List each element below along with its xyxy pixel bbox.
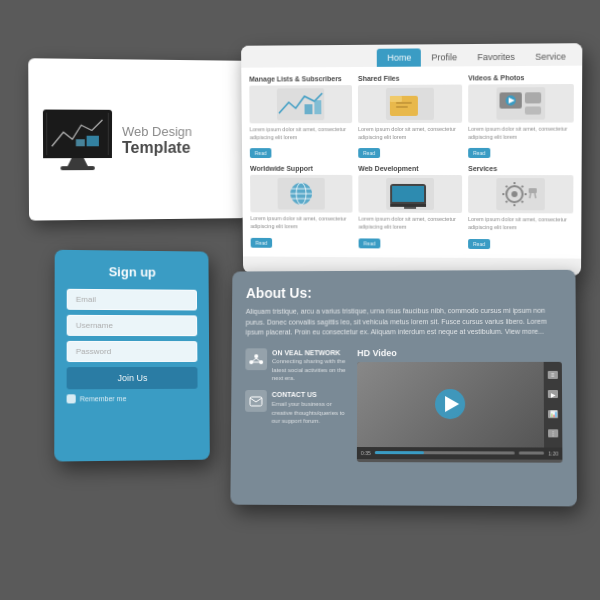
password-field[interactable]: Password <box>67 341 198 362</box>
nav-profile[interactable]: Profile <box>421 48 467 66</box>
section-img <box>468 84 574 123</box>
svg-rect-25 <box>392 186 424 202</box>
signup-card: Sign up Email Username Password Join Us … <box>54 250 210 462</box>
svg-rect-8 <box>390 96 402 102</box>
monitor-stand <box>68 158 88 166</box>
video-player: ≡ ▶ 📊 ⋮ 0:35 1:20 <box>357 361 563 462</box>
about-card: About Us: Aliquam tristique, arcu a vari… <box>230 270 577 507</box>
svg-line-36 <box>522 201 523 202</box>
svg-point-42 <box>254 354 258 358</box>
email-field[interactable]: Email <box>67 289 197 311</box>
remember-row: Remember me <box>67 394 198 404</box>
ctrl-2[interactable]: ▶ <box>548 390 558 398</box>
web-line: Web Design <box>122 123 235 138</box>
video-screen <box>357 361 544 447</box>
play-icon <box>445 396 459 412</box>
video-label: HD Video <box>357 347 562 357</box>
section-shared: Shared Files Lorem ipsum dolor sit amet,… <box>358 74 462 159</box>
video-main: ≡ ▶ 📊 ⋮ <box>357 361 562 447</box>
video-duration: 1:20 <box>548 450 558 456</box>
progress-track[interactable] <box>375 451 515 454</box>
read-button[interactable]: Read <box>468 148 490 158</box>
remember-checkbox[interactable] <box>67 394 76 403</box>
section-img <box>358 85 462 124</box>
section-text: Lorem ipsum dolor sit amet, consectetur … <box>250 126 353 141</box>
section-title: Shared Files <box>358 74 462 82</box>
section-text: Lorem ipsum dolor sit amet, consectetur … <box>358 216 462 232</box>
contact-section: CONTACT US Email your business or creati… <box>245 390 349 425</box>
section-img <box>250 175 352 213</box>
volume-track[interactable] <box>519 451 544 454</box>
progress-fill <box>375 451 424 454</box>
section-title: Manage Lists & Subscribers <box>249 75 352 83</box>
section-img <box>249 85 352 123</box>
ctrl-3[interactable]: 📊 <box>548 410 558 418</box>
section-title: Web Development <box>358 165 462 172</box>
video-progressbar: 0:35 1:20 <box>357 446 563 459</box>
monitor <box>43 110 112 171</box>
svg-line-35 <box>506 186 507 187</box>
svg-rect-4 <box>305 104 313 114</box>
svg-line-40 <box>530 194 531 199</box>
section-img <box>468 175 573 213</box>
read-button[interactable]: Read <box>359 238 381 248</box>
svg-rect-26 <box>390 204 426 207</box>
svg-line-46 <box>256 358 261 362</box>
remember-label: Remember me <box>80 395 127 402</box>
svg-line-41 <box>535 194 536 199</box>
nav-favorites[interactable]: Favorites <box>467 48 525 67</box>
svg-rect-39 <box>529 189 537 194</box>
svg-rect-9 <box>396 102 412 104</box>
nav-home[interactable]: Home <box>377 48 421 66</box>
social-network-row: ON VEAL NETWORK Connecting sharing with … <box>245 348 349 383</box>
about-text: Aliquam tristique, arcu a varius tristiq… <box>246 306 562 338</box>
svg-line-37 <box>506 201 507 202</box>
social-network-section: ON VEAL NETWORK Connecting sharing with … <box>245 348 349 383</box>
section-text: Lorem ipsum dolor sit amet, consectetur … <box>250 216 352 232</box>
section-img <box>358 175 462 213</box>
section-services: Services Lorem ipsum dolor sit amet, con… <box>468 165 573 250</box>
video-time: 0:35 <box>361 450 371 456</box>
ctrl-4[interactable]: ⋮ <box>548 429 558 437</box>
svg-rect-1 <box>87 136 99 147</box>
svg-rect-5 <box>314 100 321 114</box>
section-text: Lorem ipsum dolor sit amet, consectetur … <box>468 216 573 232</box>
contact-icon <box>245 390 267 412</box>
video-side-controls: ≡ ▶ 📊 ⋮ <box>544 361 563 447</box>
read-button[interactable]: Read <box>468 239 490 249</box>
svg-line-38 <box>522 186 523 187</box>
template-line: Template <box>122 138 234 156</box>
svg-rect-27 <box>404 207 416 209</box>
website-template-card: Home Profile Favorites Service Manage Li… <box>241 43 582 275</box>
ctrl-1[interactable]: ≡ <box>548 371 558 379</box>
section-text: Lorem ipsum dolor sit amet, consectetur … <box>468 126 574 142</box>
section-title: Worldwide Support <box>250 165 352 172</box>
svg-rect-15 <box>525 92 541 103</box>
webdesign-text: Web Design Template <box>122 123 235 156</box>
about-title: About Us: <box>246 284 562 301</box>
webdesign-card: Web Design Template <box>28 58 249 220</box>
read-button[interactable]: Read <box>250 148 272 158</box>
nav-service[interactable]: Service <box>525 47 576 66</box>
social-network-icon <box>245 348 267 370</box>
website-content: Manage Lists & Subscribers Lorem ipsum d… <box>241 66 582 259</box>
website-nav: Home Profile Favorites Service <box>241 43 582 68</box>
section-title: Services <box>468 165 573 172</box>
play-button[interactable] <box>435 389 465 419</box>
svg-rect-0 <box>47 113 108 156</box>
video-section: HD Video ≡ ▶ 📊 ⋮ 0:35 <box>357 347 563 462</box>
read-button[interactable]: Read <box>358 148 380 158</box>
contact-row: CONTACT US Email your business or creati… <box>245 390 349 425</box>
monitor-base <box>60 166 94 170</box>
svg-line-45 <box>251 358 256 362</box>
svg-rect-10 <box>396 106 408 108</box>
join-button[interactable]: Join Us <box>67 367 198 389</box>
signup-title: Sign up <box>67 264 197 280</box>
username-field[interactable]: Username <box>67 315 198 336</box>
section-text: Lorem ipsum dolor sit amet, consectetur … <box>358 126 462 142</box>
section-videos: Videos & Photos Lorem ipsum dolor sit am… <box>468 74 574 160</box>
monitor-screen <box>43 110 112 159</box>
about-social: ON VEAL NETWORK Connecting sharing with … <box>245 348 350 462</box>
read-button[interactable]: Read <box>251 238 273 248</box>
svg-rect-2 <box>76 139 85 146</box>
